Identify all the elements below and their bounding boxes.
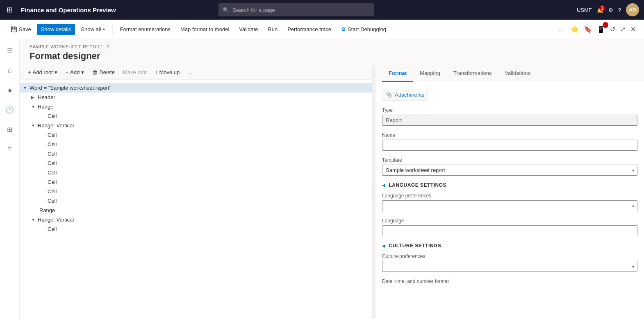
tree-item-text: Cell <box>48 151 369 157</box>
sidebar-home[interactable]: ⌂ <box>2 62 18 79</box>
tree-item-cell_company_name[interactable]: Cell <box>20 111 372 121</box>
tree-item-text: Range: Vertical <box>38 122 369 129</box>
waffle-icon[interactable]: ⊞ <box>5 4 14 16</box>
bookmark-icon[interactable]: 🔖 <box>582 24 594 35</box>
props-tabs: FormatMappingTransformationsValidations <box>375 65 644 82</box>
format-enum-button[interactable]: Format enumerations <box>116 24 175 35</box>
user-company: USMF <box>577 7 592 13</box>
tree-toolbar: + Add root ▾ + Add ▾ 🗑 Delete Make ro <box>20 65 372 80</box>
settings-icon[interactable]: ⚙ <box>608 7 613 13</box>
tree-item-range_summary_header[interactable]: Range <box>20 206 372 215</box>
show-all-button[interactable]: Show all ▾ <box>77 24 109 35</box>
tree-collapse-icon[interactable]: ▼ <box>31 123 36 128</box>
tree-item-cell_debit[interactable]: Cell <box>20 177 372 187</box>
perf-trace-button[interactable]: Performance trace <box>283 24 335 35</box>
tree-item-cell_account_number[interactable]: Cell <box>20 168 372 177</box>
attachments-link[interactable]: 📎 Attachments <box>382 89 428 101</box>
validate-button[interactable]: Validate <box>235 24 262 35</box>
tree-body[interactable]: ▼Word = "Sample worksheet report"▶Header… <box>20 80 372 319</box>
show-details-label: Show details <box>41 26 71 32</box>
type-input[interactable] <box>382 115 637 126</box>
tree-item-cell_vend_name[interactable]: Cell <box>20 140 372 149</box>
lang-prefs-wrapper: ▾ <box>382 200 637 211</box>
type-group: Type <box>382 107 637 126</box>
tab-transformations[interactable]: Transformations <box>447 65 498 82</box>
user-avatar[interactable]: AD <box>626 3 639 16</box>
tree-item-range_paym_lines[interactable]: ▼Range: Vertical <box>20 121 372 130</box>
tab-mapping[interactable]: Mapping <box>413 65 447 82</box>
lang-prefs-select[interactable] <box>382 200 637 211</box>
notification-icon[interactable]: 🔔 1 <box>597 7 603 13</box>
tree-item-cell_routing[interactable]: Cell <box>20 158 372 168</box>
tree-item-cell_summary_currency[interactable]: Cell <box>20 224 372 234</box>
search-input[interactable] <box>232 7 370 13</box>
tree-collapse-icon[interactable]: ▼ <box>31 104 36 109</box>
favorites-icon[interactable]: ⭐ <box>569 24 580 35</box>
top-nav: ⊞ Finance and Operations Preview 🔍 USMF … <box>0 0 644 20</box>
culture-settings-header[interactable]: ◀ CULTURE SETTINGS <box>382 243 637 249</box>
add-root-arrow: ▾ <box>55 69 57 75</box>
help-icon[interactable]: ? <box>618 7 621 13</box>
culture-settings-label: CULTURE SETTINGS <box>389 243 441 249</box>
sidebar-hamburger[interactable]: ☰ <box>2 43 18 59</box>
tab-validations[interactable]: Validations <box>498 65 537 82</box>
open-new-icon[interactable]: ⤢ <box>619 24 627 35</box>
apps-badge: 0 <box>603 22 608 28</box>
sep-1 <box>112 25 113 34</box>
start-debug-button[interactable]: ⚙ Start Debugging <box>337 24 390 35</box>
tree-item-range_report_header[interactable]: ▼Range <box>20 102 372 111</box>
language-label: Language <box>382 218 637 224</box>
tree-collapse-icon[interactable]: ▼ <box>23 86 28 90</box>
tree-item-range_summary_lines[interactable]: ▼Range: Vertical <box>20 215 372 224</box>
language-input[interactable] <box>382 225 637 236</box>
props-body: 📎 Attachments Type Name <box>375 82 644 319</box>
map-format-button[interactable]: Map format to model <box>176 24 233 35</box>
tree-collapse-icon[interactable]: ▼ <box>31 217 36 222</box>
tab-format[interactable]: Format <box>382 65 413 82</box>
name-label: Name <box>382 132 637 138</box>
tree-item-cell_currency[interactable]: Cell <box>20 196 372 206</box>
add-arrow: ▾ <box>81 69 84 75</box>
tree-item-cell_bank[interactable]: Cell <box>20 149 372 158</box>
panel-splitter[interactable] <box>372 65 375 319</box>
make-root-button[interactable]: Make root <box>120 68 150 77</box>
tree-item-header[interactable]: ▶Header <box>20 93 372 102</box>
type-label: Type <box>382 107 637 113</box>
search-bar: 🔍 <box>218 3 374 16</box>
sidebar-workspace[interactable]: ⊞ <box>2 121 18 138</box>
run-button[interactable]: Run <box>264 24 282 35</box>
move-up-button[interactable]: ↑ Move up <box>152 68 183 77</box>
tree-more-label: ... <box>188 69 192 75</box>
culture-prefs-select[interactable] <box>382 261 637 272</box>
refresh-icon[interactable]: ↺ <box>608 24 617 35</box>
tree-item-text: Cell <box>48 188 369 195</box>
sidebar-list[interactable]: ≡ <box>2 141 18 157</box>
sidebar-star[interactable]: ★ <box>2 82 18 98</box>
tree-item-cell_vend_account[interactable]: Cell <box>20 130 372 140</box>
tree-item-word[interactable]: ▼Word = "Sample worksheet report" <box>20 83 372 93</box>
sidebar-recent[interactable]: 🕐 <box>2 102 18 118</box>
move-up-icon: ↑ <box>155 69 158 75</box>
more-button[interactable]: ... <box>555 24 567 35</box>
delete-button[interactable]: 🗑 Delete <box>89 68 118 77</box>
properties-panel: FormatMappingTransformationsValidations … <box>375 65 644 319</box>
move-up-label: Move up <box>159 69 180 75</box>
tree-item-cell_credit[interactable]: Cell <box>20 187 372 196</box>
apps-icon[interactable]: 📱 0 <box>595 24 607 35</box>
save-button[interactable]: 💾 Save <box>7 24 35 35</box>
show-details-button[interactable]: Show details <box>37 24 75 35</box>
map-format-label: Map format to model <box>180 26 229 32</box>
tree-item-text: Range: Vertical <box>38 217 369 223</box>
add-button[interactable]: + Add ▾ <box>62 68 88 77</box>
template-select[interactable]: Sample worksheet report <box>382 165 637 176</box>
language-settings-header[interactable]: ◀ LANGUAGE SETTINGS <box>382 182 637 188</box>
name-input[interactable] <box>382 140 637 151</box>
show-all-dropdown-arrow: ▾ <box>103 27 105 32</box>
save-icon: 💾 <box>11 26 17 32</box>
tree-more-button[interactable]: ... <box>184 68 196 77</box>
add-root-button[interactable]: + Add root ▾ <box>25 68 61 77</box>
tree-item-text: Cell <box>48 170 369 176</box>
app-title: Finance and Operations Preview <box>21 7 116 14</box>
tree-expand-icon[interactable]: ▶ <box>31 95 36 100</box>
close-icon[interactable]: ✕ <box>629 24 637 35</box>
